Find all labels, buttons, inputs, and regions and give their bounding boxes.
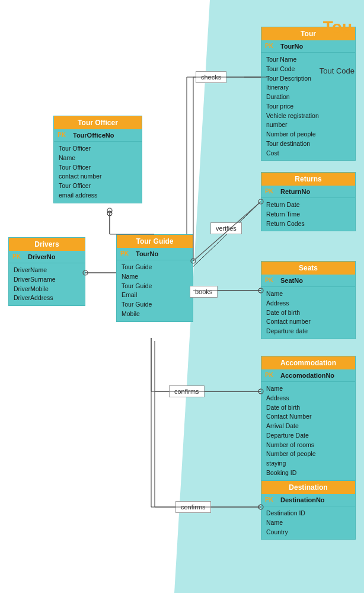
confirms1-label: confirms — [169, 385, 205, 397]
tour-guide-pk-value: TourNo — [136, 250, 158, 257]
returns-header: Returns — [261, 173, 355, 186]
drv-attr-4: DriverAddress — [14, 294, 80, 303]
seats-header: Seats — [261, 262, 355, 275]
tg-attr-2: Name — [122, 272, 188, 282]
tour-attr-11: Cost — [266, 149, 350, 158]
page-title: Tou — [323, 18, 352, 37]
drv-attr-2: DriverSurname — [14, 275, 80, 285]
acc-attr-6: Departure Date — [266, 431, 350, 441]
acc-attr-7: Number of rooms — [266, 441, 350, 450]
tour-attr-4: Itinerary — [266, 83, 350, 93]
seats-pk-label: PK — [265, 277, 277, 283]
tg-attr-3: Tour Guide — [122, 282, 188, 291]
drivers-entity: Drivers PK DriverNo DriverName DriverSur… — [8, 237, 85, 306]
dest-attr-2: Name — [266, 518, 350, 528]
drivers-pk-label: PK — [12, 253, 24, 260]
seats-attr-2: Address — [266, 299, 350, 308]
tour-officer-pk-row: PK TourOfficeNo — [54, 129, 142, 142]
accommodation-pk-label: PK — [265, 372, 277, 378]
tour-officer-header: Tour Officer — [54, 116, 142, 129]
dest-attr-1: Destination ID — [266, 509, 350, 518]
seats-attr-1: Name — [266, 289, 350, 299]
tour-guide-entity: Tour Guide PK TourNo Tour Guide Name Tou… — [116, 234, 193, 322]
tour-attr-6: Tour price — [266, 102, 350, 111]
returns-attr-2: Return Time — [266, 210, 350, 219]
tour-guide-pk-label: PK — [120, 250, 132, 257]
tour-pk-label: PK — [265, 43, 277, 49]
to-attr-5: Tour Officer — [59, 181, 137, 191]
destination-header: Destination — [261, 481, 355, 494]
acc-attr-8: Number of people — [266, 449, 350, 459]
svg-line-6 — [187, 202, 261, 273]
acc-attr-10: Booking ID — [266, 468, 350, 478]
seats-attr-5: Departure date — [266, 327, 350, 336]
returns-attr-3: Return Codes — [266, 219, 350, 229]
tour-attr-7: Vehicle registration — [266, 111, 350, 121]
returns-pk-row: PK ReturnNo — [261, 186, 355, 198]
seats-attr-3: Date of birth — [266, 308, 350, 318]
seats-pk-value: SeatNo — [280, 277, 303, 284]
acc-attr-9: staying — [266, 459, 350, 468]
seats-attr-4: Contact number — [266, 317, 350, 327]
accommodation-attrs: Name Address Date of birth Contact Numbe… — [261, 382, 355, 480]
tg-attr-4: Email — [122, 291, 188, 300]
tour-officer-pk-value: TourOfficeNo — [73, 132, 114, 139]
tour-pk-value: TourNo — [280, 43, 303, 50]
acc-attr-5: Arrival Date — [266, 422, 350, 431]
drivers-attrs: DriverName DriverSurname DriverMobile Dr… — [9, 263, 85, 305]
verifies-label: verifies — [210, 222, 242, 234]
tour-attr-8: number — [266, 120, 350, 130]
acc-attr-1: Name — [266, 384, 350, 394]
drivers-pk-value: DriverNo — [28, 253, 55, 260]
tour-guide-attrs: Tour Guide Name Tour Guide Email Tour Gu… — [117, 260, 193, 321]
tg-attr-6: Mobile — [122, 310, 188, 319]
returns-pk-label: PK — [265, 188, 277, 195]
returns-attr-1: Return Date — [266, 200, 350, 210]
drv-attr-1: DriverName — [14, 266, 80, 275]
accommodation-pk-row: PK AccomodationNo — [261, 369, 355, 382]
to-attr-1: Tour Officer — [59, 144, 137, 154]
seats-attrs: Name Address Date of birth Contact numbe… — [261, 287, 355, 339]
destination-entity: Destination PK DestinationNo Destination… — [261, 480, 356, 540]
page-subtitle: Tout Code — [320, 66, 355, 75]
confirms2-label: confirms — [175, 501, 211, 513]
tour-officer-entity: Tour Officer PK TourOfficeNo Tour Office… — [53, 116, 142, 203]
accommodation-entity: Accommodation PK AccomodationNo Name Add… — [261, 356, 356, 481]
destination-pk-row: PK DestinationNo — [261, 494, 355, 506]
dest-attr-3: Country — [266, 528, 350, 537]
returns-entity: Returns PK ReturnNo Return Date Return T… — [261, 172, 356, 231]
tour-guide-pk-row: PK TourNo — [117, 248, 193, 260]
checks-label: checks — [196, 71, 226, 83]
tour-officer-pk-label: PK — [58, 132, 69, 138]
tg-attr-1: Tour Guide — [122, 263, 188, 272]
acc-attr-4: Contact Number — [266, 412, 350, 422]
drivers-header: Drivers — [9, 238, 85, 251]
drv-attr-3: DriverMobile — [14, 285, 80, 294]
tour-guide-header: Tour Guide — [117, 235, 193, 248]
tour-attr-1: Tour Name — [266, 55, 350, 65]
tour-attr-10: Tour destination — [266, 139, 350, 149]
to-attr-6: email address — [59, 191, 137, 200]
tour-entity: Tour PK TourNo Tour Name Tour Code Tour … — [261, 27, 356, 161]
returns-pk-value: ReturnNo — [280, 188, 310, 195]
tour-officer-attrs: Tour Officer Name Tour Officer contact n… — [54, 142, 142, 203]
drivers-pk-row: PK DriverNo — [9, 251, 85, 263]
tour-attr-9: Number of people — [266, 130, 350, 139]
accommodation-header: Accommodation — [261, 356, 355, 369]
destination-pk-label: PK — [265, 496, 277, 503]
tg-attr-5: Tour Guide — [122, 300, 188, 310]
seats-entity: Seats PK SeatNo Name Address Date of bir… — [261, 261, 356, 339]
to-attr-4: contact number — [59, 172, 137, 181]
destination-attrs: Destination ID Name Country — [261, 506, 355, 539]
books-label: books — [190, 286, 218, 298]
to-attr-3: Tour Officer — [59, 163, 137, 173]
acc-attr-2: Address — [266, 394, 350, 403]
tour-pk-row: PK TourNo — [261, 40, 355, 53]
returns-attrs: Return Date Return Time Return Codes — [261, 198, 355, 231]
tour-attr-5: Duration — [266, 93, 350, 102]
destination-pk-value: DestinationNo — [280, 496, 325, 503]
accommodation-pk-value: AccomodationNo — [280, 372, 334, 379]
seats-pk-row: PK SeatNo — [261, 275, 355, 287]
acc-attr-3: Date of birth — [266, 403, 350, 413]
to-attr-2: Name — [59, 154, 137, 163]
